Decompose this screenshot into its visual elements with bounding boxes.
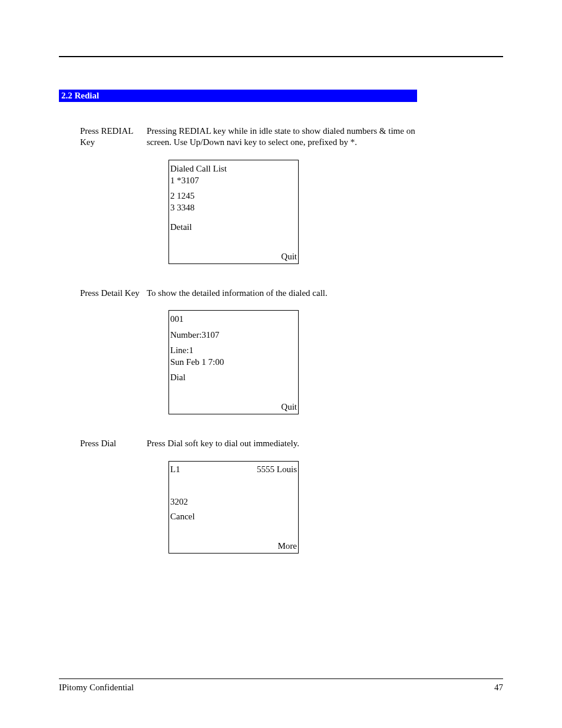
step-row-1: Press REDIAL Key Pressing REDIAL key whi… [59,126,503,148]
page-footer: IPitomy Confidential 47 [59,678,503,693]
step2-desc: To show the detailed information of the … [147,288,418,299]
step-row-2: Press Detail Key To show the detailed in… [59,288,503,299]
lcd2-row4: Sun Feb 1 7:00 [170,356,297,368]
step1-label: Press REDIAL Key [59,126,147,148]
lcd2-row3: Line:1 [170,344,297,356]
step3-label: Press Dial [59,438,147,449]
lcd2-quit-softkey[interactable]: Quit [281,402,297,412]
top-rule [59,56,503,57]
footer-page-number: 47 [494,683,503,693]
lcd3-caller-id: 5555 Louis [257,463,297,475]
step1-desc: Pressing REDIAL key while in idle state … [147,126,418,148]
lcd-screen-3: L1 5555 Louis 3202 Cancel More [168,461,299,554]
lcd1-title: Dialed Call List [170,163,297,174]
lcd3-more-softkey[interactable]: More [278,541,297,551]
footer-left: IPitomy Confidential [59,683,134,693]
lcd1-detail-softkey[interactable]: Detail [170,222,192,232]
lcd3-number: 3202 [170,496,297,508]
step-row-3: Press Dial Press Dial soft key to dial o… [59,438,503,449]
lcd2-row2: Number:3107 [170,329,297,341]
lcd2-dial-softkey[interactable]: Dial [170,373,186,383]
lcd3-line-indicator: L1 [170,463,180,475]
lcd2-row1: 001 [170,313,297,325]
lcd1-quit-softkey[interactable]: Quit [281,252,297,262]
lcd1-row3: 3 3348 [170,202,297,213]
lcd-screen-2: 001 Number:3107 Line:1 Sun Feb 1 7:00 Di… [168,310,299,414]
step3-desc: Press Dial soft key to dial out immediat… [147,438,418,449]
lcd1-row1: 1 *3107 [170,174,297,186]
lcd3-cancel-softkey[interactable]: Cancel [170,512,195,522]
lcd1-row2: 2 1245 [170,190,297,202]
lcd-screen-1: Dialed Call List 1 *3107 2 1245 3 3348 D… [168,160,299,264]
step2-label: Press Detail Key [59,288,147,299]
section-header: 2.2 Redial [59,90,417,102]
